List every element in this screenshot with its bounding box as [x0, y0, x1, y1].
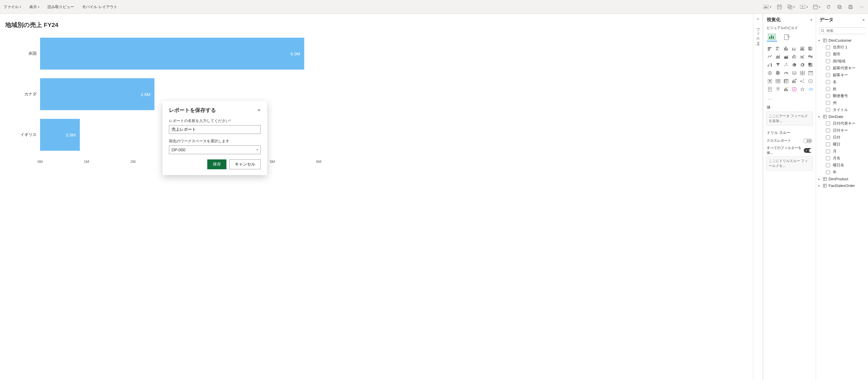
table-node[interactable]: ▾DimCustomer: [818, 37, 866, 44]
drillthrough-field-well[interactable]: ここにドリルスルー フィールドを...: [766, 157, 813, 170]
report-name-input[interactable]: [169, 125, 261, 134]
menu-view[interactable]: 表示 ▾: [29, 4, 39, 9]
viz-clustered-column-icon[interactable]: [790, 45, 798, 53]
field-item[interactable]: 都市: [818, 51, 866, 58]
report-canvas[interactable]: 地域別の売上 FY24 米国6.0Mカナダ2.6Mイギリス0.9M 0M1M2M…: [0, 14, 753, 380]
field-checkbox[interactable]: [826, 163, 830, 167]
viz-more[interactable]: …: [766, 94, 774, 102]
viz-paginated-report-icon[interactable]: [766, 85, 774, 93]
more-button[interactable]: ⋯: [859, 4, 865, 10]
field-checkbox[interactable]: [826, 101, 830, 105]
cancel-button[interactable]: キャンセル: [229, 160, 261, 169]
field-item[interactable]: 曜日名: [818, 162, 866, 169]
table-node[interactable]: ▸FactSalesOrder: [818, 182, 866, 189]
workspace-select[interactable]: DP-000 ▾: [169, 145, 261, 154]
refresh-button[interactable]: [826, 4, 831, 10]
viz-stacked-area-icon[interactable]: [782, 53, 790, 61]
keep-filters-toggle[interactable]: オン: [804, 148, 812, 153]
field-checkbox[interactable]: [826, 142, 830, 146]
viz-stacked-bar-icon[interactable]: [766, 45, 774, 53]
menu-mobile-layout[interactable]: モバイル レイアウト: [82, 4, 117, 9]
viz-qa-icon[interactable]: [807, 77, 814, 85]
expand-filters-icon[interactable]: «: [757, 17, 759, 21]
collapse-viz-icon[interactable]: »: [810, 18, 812, 22]
view-button[interactable]: ▾: [787, 4, 795, 10]
viz-kpi-icon[interactable]: [807, 69, 814, 77]
close-icon[interactable]: ✕: [257, 108, 261, 112]
explore-button[interactable]: ▾: [764, 4, 771, 10]
field-item[interactable]: 月: [818, 148, 866, 155]
field-item[interactable]: 年: [818, 169, 866, 176]
field-checkbox[interactable]: [826, 94, 830, 98]
copy-button[interactable]: [837, 4, 842, 10]
viz-line-clustered-column-icon[interactable]: [790, 53, 798, 61]
menu-reading-view[interactable]: 読み取りビュー: [48, 4, 74, 9]
table-node[interactable]: ▸DimProduct: [818, 176, 866, 182]
field-item[interactable]: 顧客代替キー: [818, 65, 866, 72]
field-item[interactable]: 郵便番号: [818, 93, 866, 99]
layout-button[interactable]: ▾: [813, 4, 820, 10]
viz-format-tab[interactable]: [782, 33, 792, 41]
viz-treemap-icon[interactable]: [807, 61, 814, 69]
field-checkbox[interactable]: [826, 59, 830, 63]
viz-build-tab[interactable]: [767, 33, 777, 41]
menu-file[interactable]: ファイル ▾: [3, 4, 21, 9]
viz-stacked-column-add-icon[interactable]: [790, 77, 798, 85]
field-item[interactable]: 名: [818, 78, 866, 85]
viz-table-icon[interactable]: [774, 77, 782, 85]
viz-ribbon-icon[interactable]: [807, 53, 814, 61]
viz-scatter-icon[interactable]: [782, 61, 790, 69]
field-checkbox[interactable]: [826, 66, 830, 70]
field-item[interactable]: 姓: [818, 85, 866, 93]
viz-card-icon[interactable]: 123: [790, 69, 798, 77]
field-item[interactable]: 月名: [818, 155, 866, 162]
field-checkbox[interactable]: [826, 87, 830, 91]
field-item[interactable]: 州: [818, 99, 866, 106]
table-node[interactable]: ▾DimDate: [818, 113, 866, 120]
field-item[interactable]: 国/地域: [818, 58, 866, 65]
filters-pane-collapsed[interactable]: « フィルター: [753, 14, 763, 380]
viz-key-influencers-icon[interactable]: [774, 85, 782, 93]
viz-power-apps-icon[interactable]: [807, 85, 814, 93]
viz-metrics-icon[interactable]: [799, 85, 806, 93]
viz-line-stacked-column-icon[interactable]: [799, 53, 806, 61]
field-item[interactable]: 日付キー: [818, 127, 866, 134]
viz-100-stacked-bar-icon[interactable]: [807, 45, 814, 53]
viz-100-stacked-column-icon[interactable]: [799, 45, 806, 53]
viz-gauge-icon[interactable]: [782, 69, 790, 77]
viz-matrix-icon[interactable]: [782, 77, 790, 85]
viz-donut-icon[interactable]: [799, 61, 806, 69]
save-button[interactable]: [848, 4, 854, 10]
viz-filled-map-icon[interactable]: [774, 69, 782, 77]
field-checkbox[interactable]: [826, 149, 830, 153]
bookmark-button[interactable]: [777, 4, 782, 10]
field-checkbox[interactable]: [826, 122, 830, 126]
fields-search-input[interactable]: [827, 29, 868, 33]
field-item[interactable]: 曜日: [818, 141, 866, 148]
viz-map-icon[interactable]: [766, 69, 774, 77]
field-item[interactable]: 日付: [818, 134, 866, 141]
field-item[interactable]: 日付代替キー: [818, 120, 866, 127]
field-item[interactable]: 顧客キー: [818, 72, 866, 78]
save-button[interactable]: 保存: [207, 160, 226, 169]
viz-scorecard-icon[interactable]: [790, 85, 798, 93]
viz-area-icon[interactable]: [774, 53, 782, 61]
collapse-data-icon[interactable]: »: [863, 18, 865, 22]
viz-clustered-bar-icon[interactable]: [774, 45, 782, 53]
viz-waterfall-icon[interactable]: [766, 61, 774, 69]
field-checkbox[interactable]: [826, 45, 830, 49]
field-checkbox[interactable]: [826, 129, 830, 133]
field-checkbox[interactable]: [826, 170, 830, 174]
field-checkbox[interactable]: [826, 80, 830, 84]
viz-pie-icon[interactable]: [790, 61, 798, 69]
field-item[interactable]: タイトル: [818, 106, 866, 113]
field-checkbox[interactable]: [826, 135, 830, 139]
viz-line-icon[interactable]: [766, 53, 774, 61]
field-checkbox[interactable]: [826, 73, 830, 77]
viz-stacked-column-icon[interactable]: [782, 45, 790, 53]
cross-report-toggle[interactable]: オフ: [803, 139, 812, 143]
field-checkbox[interactable]: [826, 156, 830, 160]
present-button[interactable]: ▾: [800, 4, 808, 10]
field-item[interactable]: 住所行 1: [818, 44, 866, 51]
field-checkbox[interactable]: [826, 52, 830, 56]
